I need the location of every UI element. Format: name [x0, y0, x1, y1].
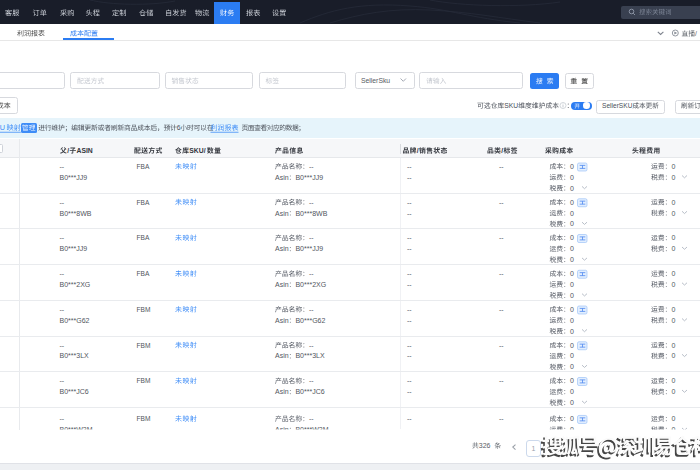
svg-text:0: 0	[570, 328, 574, 335]
svg-text:B0***8WB: B0***8WB	[60, 210, 92, 217]
svg-text:0: 0	[570, 317, 574, 324]
svg-text:0: 0	[671, 388, 675, 395]
svg-text:0: 0	[671, 270, 675, 277]
svg-text:--: --	[60, 234, 65, 241]
svg-text:--: --	[407, 415, 412, 422]
svg-text:--: --	[309, 270, 314, 277]
svg-text:--: --	[60, 163, 65, 170]
svg-text:--: --	[60, 377, 65, 384]
svg-text:SKU: SKU	[504, 102, 518, 109]
svg-text:FBA: FBA	[137, 234, 150, 241]
svg-text:--: --	[407, 281, 412, 288]
svg-text:0: 0	[570, 234, 574, 241]
svg-text:--: --	[407, 388, 412, 395]
svg-text:FBA: FBA	[137, 163, 150, 170]
svg-text:--: --	[407, 306, 412, 313]
svg-text:--: --	[60, 270, 65, 277]
svg-text:--: --	[407, 234, 412, 241]
svg-text:FBM: FBM	[137, 377, 151, 384]
svg-text:0: 0	[570, 342, 574, 349]
svg-text:B0***3LX: B0***3LX	[60, 352, 90, 359]
svg-text:--: --	[407, 210, 412, 217]
svg-text:--: --	[499, 342, 504, 349]
svg-text:--: --	[407, 174, 412, 181]
svg-text:B0***JJ9: B0***JJ9	[295, 174, 323, 181]
svg-text:B0***JC6: B0***JC6	[60, 388, 89, 395]
svg-text:0: 0	[570, 292, 574, 299]
svg-text:B0***8WB: B0***8WB	[295, 210, 327, 217]
svg-text:B0***JJ9: B0***JJ9	[295, 245, 323, 252]
svg-text:0: 0	[570, 220, 574, 227]
svg-text:0: 0	[671, 174, 675, 181]
svg-text:0: 0	[671, 352, 675, 359]
svg-text:Asin: Asin	[275, 210, 289, 217]
svg-text:--: --	[309, 234, 314, 241]
svg-text:Asin: Asin	[275, 245, 289, 252]
svg-text:B0***JJ9: B0***JJ9	[60, 174, 88, 181]
svg-text:0: 0	[570, 210, 574, 217]
svg-text:0: 0	[570, 199, 574, 206]
svg-text:--: --	[499, 199, 504, 206]
svg-text:0: 0	[671, 245, 675, 252]
svg-text:0: 0	[570, 388, 574, 395]
svg-text:--: --	[60, 199, 65, 206]
svg-text:0: 0	[570, 306, 574, 313]
svg-text:FBM: FBM	[137, 306, 151, 313]
svg-text:--: --	[407, 163, 412, 170]
svg-text:--: --	[309, 306, 314, 313]
svg-text:--: --	[499, 377, 504, 384]
svg-text:0: 0	[671, 306, 675, 313]
svg-text:0: 0	[671, 281, 675, 288]
svg-text:B0***2XG: B0***2XG	[60, 281, 91, 288]
svg-text:0: 0	[570, 245, 574, 252]
svg-text:0: 0	[570, 377, 574, 384]
svg-text:--: --	[499, 270, 504, 277]
svg-text:--: --	[407, 377, 412, 384]
svg-text:0: 0	[671, 234, 675, 241]
svg-text:--: --	[309, 377, 314, 384]
svg-text:0: 0	[570, 256, 574, 263]
svg-text:--: --	[309, 415, 314, 422]
svg-text:B0***JC6: B0***JC6	[295, 388, 324, 395]
svg-text:--: --	[60, 415, 65, 422]
svg-text:--: --	[407, 270, 412, 277]
svg-text:--: --	[499, 306, 504, 313]
svg-text:FBM: FBM	[137, 415, 151, 422]
svg-text:--: --	[407, 352, 412, 359]
svg-text:B0***JJ9: B0***JJ9	[60, 245, 88, 252]
svg-text:0: 0	[570, 281, 574, 288]
svg-text:0: 0	[671, 199, 675, 206]
svg-text:--: --	[309, 342, 314, 349]
svg-text:0: 0	[671, 317, 675, 324]
svg-text:FBA: FBA	[137, 199, 150, 206]
svg-text:Asin: Asin	[275, 174, 289, 181]
svg-text:0: 0	[671, 210, 675, 217]
svg-text:0: 0	[570, 270, 574, 277]
svg-text:--: --	[309, 163, 314, 170]
svg-text:0: 0	[570, 363, 574, 370]
svg-text:FBM: FBM	[137, 342, 151, 349]
svg-text:Asin: Asin	[275, 281, 289, 288]
svg-text:B0***G62: B0***G62	[295, 317, 325, 324]
svg-text:B0***G62: B0***G62	[60, 317, 90, 324]
svg-text:0: 0	[570, 352, 574, 359]
svg-text:Asin: Asin	[275, 352, 289, 359]
svg-text:--: --	[499, 234, 504, 241]
svg-text:--: --	[407, 245, 412, 252]
svg-text:B0***3LX: B0***3LX	[295, 352, 325, 359]
svg-text:--: --	[60, 306, 65, 313]
svg-text:B0***2XG: B0***2XG	[295, 281, 326, 288]
svg-text:Asin: Asin	[275, 317, 289, 324]
svg-text:0: 0	[671, 415, 675, 422]
svg-text:0: 0	[570, 163, 574, 170]
svg-text:Asin: Asin	[275, 388, 289, 395]
svg-text:--: --	[499, 415, 504, 422]
svg-text:--: --	[407, 317, 412, 324]
svg-text:FBA: FBA	[137, 270, 150, 277]
svg-text:--: --	[60, 342, 65, 349]
svg-text:0: 0	[570, 415, 574, 422]
svg-text:0: 0	[570, 174, 574, 181]
svg-text:0: 0	[570, 399, 574, 406]
svg-text:--: --	[499, 163, 504, 170]
svg-text:0: 0	[671, 163, 675, 170]
